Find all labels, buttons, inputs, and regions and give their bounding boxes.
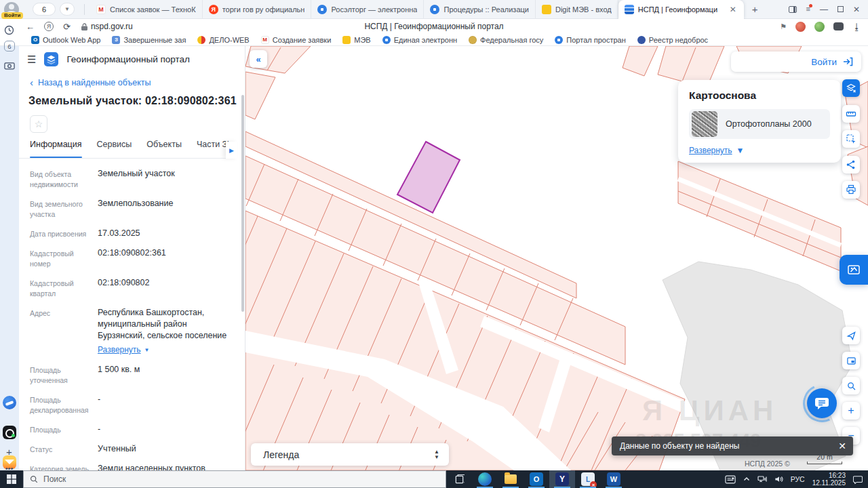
field-value: 17.03.2025 xyxy=(98,228,233,239)
browser-tab[interactable]: Digit МЭВ - вход xyxy=(536,0,618,19)
screenshot-icon[interactable] xyxy=(2,58,16,73)
panel-tab-объекты[interactable]: Объекты xyxy=(146,140,182,158)
yandex-services-icon[interactable]: Я xyxy=(44,22,54,31)
bookmark-item[interactable]: ЗЗавершенные зая xyxy=(112,36,186,44)
add-app-icon[interactable]: + xyxy=(2,445,16,459)
field-value-text: 02:18:090802 xyxy=(98,277,233,289)
collapse-panel-button[interactable]: « xyxy=(250,50,267,68)
basemap-card: Картооснова Ортофотопланы 2000 Развернут… xyxy=(678,80,841,163)
field-value: 1 500 кв. м xyxy=(98,364,233,386)
plant-avatar-icon[interactable] xyxy=(814,22,825,32)
bookmark-item[interactable]: MСоздание заявки xyxy=(261,36,332,44)
bookmark-item[interactable]: Федеральная госу xyxy=(469,36,543,44)
tab-list-chevron-icon[interactable]: ▼ xyxy=(60,3,75,16)
taskbar-app-explorer[interactable] xyxy=(498,470,524,488)
language-indicator[interactable]: РУС xyxy=(791,475,805,483)
minimap-button[interactable] xyxy=(842,352,860,369)
hidden-icons-chevron-icon[interactable] xyxy=(743,476,750,482)
ruler-button[interactable] xyxy=(842,105,860,123)
address-expand-link[interactable]: Развернуть▼ xyxy=(98,344,233,356)
locate-button[interactable] xyxy=(842,327,860,344)
tab-close-icon[interactable]: ✕ xyxy=(728,5,738,14)
field-row: Дата присвоения17.03.2025 xyxy=(30,228,233,239)
measure-area-button[interactable] xyxy=(842,130,860,148)
yandex-disk-icon[interactable] xyxy=(3,396,16,409)
panel-scrollbar[interactable] xyxy=(241,95,244,312)
minimize-button[interactable]: — xyxy=(820,5,828,14)
taskbar-app-docs[interactable]: L xyxy=(575,470,601,488)
tab-counter-icon[interactable]: 6 xyxy=(4,41,15,52)
restore-button[interactable] xyxy=(837,6,844,12)
search-area-button[interactable] xyxy=(842,377,860,394)
field-value-text: Земли населенных пунктов xyxy=(98,463,233,470)
browser-tab[interactable]: Яторги гов ру официальн xyxy=(203,0,312,19)
bookmark-item[interactable]: ДЕЛО-WEB xyxy=(197,36,249,44)
task-view-button[interactable] xyxy=(446,470,472,488)
field-value-text: Землепользование xyxy=(98,198,233,209)
browser-profile[interactable]: Войти 6 ▼ xyxy=(0,2,79,17)
clock[interactable]: 16:23 12.11.2025 xyxy=(812,472,846,487)
share-button[interactable] xyxy=(842,156,860,174)
bookmark-item[interactable]: Реестр недоброс xyxy=(637,36,708,44)
bookmark-item[interactable]: МЭВ xyxy=(342,36,370,44)
side-panel-icon[interactable] xyxy=(789,6,797,13)
toast-close-icon[interactable]: ✕ xyxy=(838,441,846,451)
panel-tab-информация[interactable]: Информация xyxy=(30,140,82,158)
action-center-icon[interactable] xyxy=(853,475,863,484)
reload-icon[interactable]: ⟳ xyxy=(58,22,76,32)
browser-tab[interactable]: Росэлторг — электронна xyxy=(311,0,424,19)
widget-icon[interactable] xyxy=(833,22,844,30)
news-widget-icon[interactable] xyxy=(725,475,736,484)
url-field[interactable]: nspd.gov.ru xyxy=(81,22,133,31)
taskbar-app-yandex-browser[interactable]: Y xyxy=(549,470,575,488)
bookmark-item[interactable]: Портал простран xyxy=(555,36,625,44)
start-button[interactable] xyxy=(0,470,23,488)
bookmark-item[interactable]: OOutlook Web App xyxy=(31,36,100,44)
network-icon[interactable] xyxy=(757,475,767,483)
print-button[interactable] xyxy=(842,181,860,199)
taskbar-app-edge[interactable] xyxy=(472,470,498,488)
extensions-icon[interactable]: ≡ xyxy=(806,5,810,13)
feedback-widget-button[interactable] xyxy=(840,255,868,285)
close-button[interactable]: ✕ xyxy=(853,5,860,14)
search-placeholder: Поиск xyxy=(43,474,66,484)
menu-icon[interactable]: ☰ xyxy=(27,54,36,66)
new-tab-button[interactable]: + xyxy=(744,3,766,15)
plant-avatar-icon[interactable] xyxy=(795,22,806,32)
legend-bar[interactable]: Легенда ▲▼ xyxy=(251,443,449,466)
bookmark-item[interactable]: Единая электронн xyxy=(382,36,457,44)
field-label: Категория земель xyxy=(30,463,98,470)
tabs-overflow-button[interactable]: ▶ xyxy=(226,142,237,159)
chevron-left-icon: ‹ xyxy=(30,77,33,87)
camera-app-icon[interactable] xyxy=(3,426,16,439)
basemap-expand-link[interactable]: Развернуть ▼ xyxy=(689,146,830,155)
chat-button[interactable] xyxy=(807,388,837,418)
favorite-star-button[interactable]: ☆ xyxy=(30,115,47,133)
bookmark-flag-icon[interactable]: ⚑ xyxy=(780,22,787,31)
collapse-icon: « xyxy=(256,54,260,64)
tab-title: Процедуры :: Реализаци xyxy=(443,5,529,14)
bookmark-label: Создание заявки xyxy=(273,36,332,44)
panel-tab-сервисы[interactable]: Сервисы xyxy=(97,140,132,158)
taskbar-app-outlook[interactable]: O xyxy=(524,470,549,488)
globe-icon xyxy=(317,5,327,14)
basemap-layer-row[interactable]: Ортофотопланы 2000 xyxy=(689,109,830,139)
taskbar-search-input[interactable]: Поиск xyxy=(23,470,446,488)
back-link[interactable]: ‹ Назад в найденные объекты xyxy=(30,77,151,87)
volume-icon[interactable] xyxy=(774,475,783,483)
map-login-bar[interactable]: Войти xyxy=(731,52,861,72)
zoom-in-button[interactable]: + xyxy=(842,402,860,420)
selected-parcel[interactable] xyxy=(397,142,460,213)
scale-label: 20 m xyxy=(807,453,842,461)
layers-button[interactable] xyxy=(842,79,860,97)
history-icon[interactable] xyxy=(2,23,16,37)
profile-login-badge[interactable]: Войти xyxy=(1,12,23,19)
tab-count-pill[interactable]: 6 xyxy=(33,3,56,16)
browser-tab[interactable]: НСПД | Геоинформаци✕ xyxy=(618,0,744,19)
browser-tab[interactable]: MСписок заявок — ТехноК xyxy=(90,0,203,19)
browser-tab[interactable]: Процедуры :: Реализаци xyxy=(424,0,536,19)
back-icon[interactable]: ← xyxy=(20,22,40,32)
cadastral-map[interactable]: Я ЦИАН 8 925 507 449 « Войти Картооснова… xyxy=(245,46,868,470)
downloads-icon[interactable]: ⭳ xyxy=(852,22,861,32)
taskbar-app-word[interactable]: W xyxy=(601,470,627,488)
